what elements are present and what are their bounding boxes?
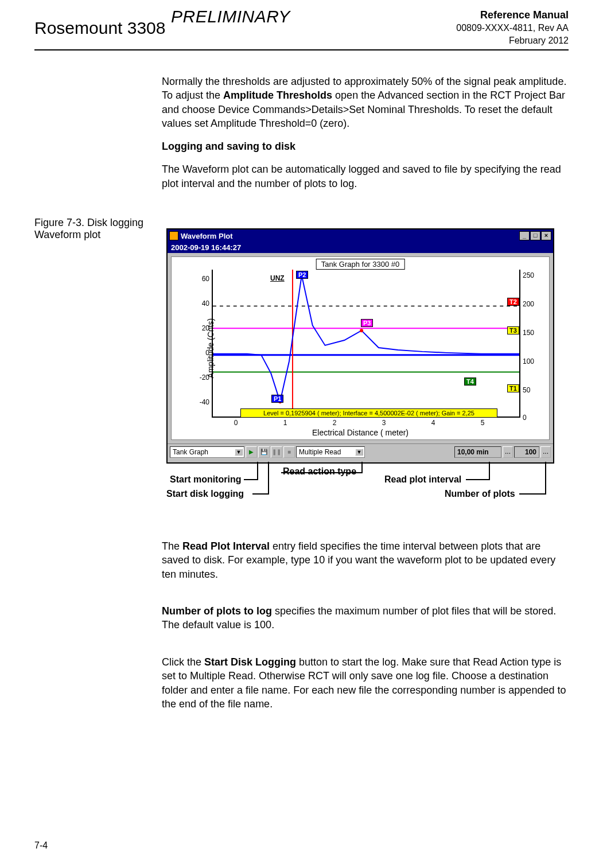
y2-tick: 250 — [523, 271, 538, 279]
callout-line — [268, 462, 269, 493]
marker-t3: T3 — [507, 326, 519, 334]
close-button[interactable]: × — [541, 231, 551, 240]
read-plot-interval-field[interactable]: 10,00 min — [454, 446, 501, 458]
y-tick: 60 — [194, 275, 209, 283]
y-tick: 0 — [194, 349, 209, 357]
para-thresholds: Normally the thresholds are adjusted to … — [162, 75, 569, 130]
callout-read-plot-interval: Read plot interval — [384, 474, 461, 485]
callout-start-disk-logging: Start disk logging — [166, 489, 244, 499]
y2-tick: 0 — [523, 414, 538, 422]
header-rule — [34, 49, 569, 50]
chart-title: Tank Graph for 3300 #0 — [316, 259, 405, 270]
main-column: Normally the thresholds are adjusted to … — [162, 75, 569, 190]
waveform-window: Waveform Plot _ □ × 2002-09-19 16:44:27 … — [166, 228, 554, 464]
titlebar[interactable]: Waveform Plot _ □ × — [168, 229, 553, 242]
x-tick: 1 — [283, 419, 287, 427]
minimize-button[interactable]: _ — [519, 231, 530, 240]
y2-tick: 100 — [523, 357, 538, 365]
y2-tick: 150 — [523, 329, 538, 337]
callout-read-action-type: Read action type — [283, 466, 356, 477]
plots-ellipsis-button[interactable]: ... — [540, 446, 551, 458]
graph-type-dropdown[interactable]: Tank Graph — [170, 446, 244, 458]
marker-t2: T2 — [507, 298, 519, 306]
callout-start-monitoring: Start monitoring — [170, 474, 241, 485]
marker-p1: P1 — [271, 395, 283, 403]
callout-line — [466, 479, 490, 480]
page: PRELIMINARY Rosemount 3308 Reference Man… — [0, 0, 603, 868]
window-title: Waveform Plot — [181, 232, 233, 240]
reference-manual-label: Reference Manual — [456, 8, 569, 22]
callout-line — [545, 462, 546, 493]
x-tick: 4 — [431, 419, 435, 427]
chart-info-bar: Level = 0,1925904 ( meter); Interface = … — [240, 408, 497, 418]
marker-p2: P2 — [296, 271, 308, 279]
chart-area: Tank Graph for 3300 #0 — [171, 256, 550, 440]
y2-tick: 200 — [523, 300, 538, 308]
marker-t1: T1 — [507, 384, 519, 392]
x-axis-label: Electrical Distance ( meter) — [312, 428, 409, 437]
header-meta: Reference Manual 00809-XXXX-4811, Rev AA… — [456, 8, 569, 46]
heading-logging: Logging and saving to disk — [162, 139, 569, 153]
callout-number-of-plots: Number of plots — [445, 489, 515, 499]
unz-label: UNZ — [270, 274, 285, 282]
doc-date: February 2012 — [456, 34, 569, 47]
maximize-button[interactable]: □ — [530, 231, 540, 240]
interval-ellipsis-button[interactable]: ... — [503, 446, 513, 458]
toolbar: Tank Graph ▶ 💾 ❚❚ ■ Multiple Read 10,00 … — [168, 443, 553, 460]
callout-line — [252, 493, 269, 495]
product-name: Rosemount 3308 — [34, 18, 166, 38]
y-tick: 40 — [194, 299, 209, 308]
stop-button[interactable]: ■ — [283, 446, 295, 458]
y-tick: 20 — [194, 324, 209, 332]
app-icon — [169, 231, 178, 240]
plot-frame — [212, 270, 520, 418]
para-logging-intro: The Waveform plot can be automatically l… — [162, 162, 569, 190]
preliminary-watermark: PRELIMINARY — [171, 7, 290, 26]
marker-p3: P3 — [361, 319, 373, 327]
main-column-lower: The Read Plot Interval entry field speci… — [162, 539, 569, 711]
start-monitoring-button[interactable]: ▶ — [246, 446, 257, 458]
marker-t4: T4 — [464, 377, 476, 386]
callout-line — [361, 462, 363, 472]
plot-svg — [213, 270, 520, 417]
y-tick: -40 — [194, 398, 209, 406]
start-disk-logging-button[interactable]: 💾 — [258, 446, 270, 458]
para-number-of-plots: Number of plots to log specifies the max… — [162, 604, 569, 632]
y-tick: -20 — [194, 373, 209, 382]
read-action-type-dropdown[interactable]: Multiple Read — [296, 446, 365, 458]
content-below: The Read Plot Interval entry field speci… — [34, 539, 569, 720]
content: Normally the thresholds are adjusted to … — [34, 75, 569, 200]
para-read-plot-interval: The Read Plot Interval entry field speci… — [162, 539, 569, 581]
x-tick: 2 — [333, 419, 337, 427]
x-tick: 5 — [481, 419, 485, 427]
callout-line — [519, 493, 546, 495]
pause-button[interactable]: ❚❚ — [271, 446, 282, 458]
callout-line — [244, 479, 258, 480]
timestamp-bar: 2002-09-19 16:44:27 — [168, 242, 553, 253]
x-tick: 0 — [234, 419, 238, 427]
callouts: Read action type Start monitoring Start … — [166, 464, 554, 504]
para-start-disk-logging: Click the Start Disk Logging button to s… — [162, 655, 569, 711]
page-number: 7-4 — [34, 840, 48, 851]
doc-number: 00809-XXXX-4811, Rev AA — [456, 22, 569, 34]
y2-tick: 50 — [523, 386, 538, 394]
number-of-plots-field[interactable]: 100 — [514, 446, 539, 458]
x-tick: 3 — [382, 419, 386, 427]
callout-line — [489, 462, 490, 479]
figure-caption: Figure 7-3. Disk logging Waveform plot — [34, 217, 143, 241]
callout-line — [257, 462, 258, 479]
header: PRELIMINARY Rosemount 3308 Reference Man… — [0, 0, 603, 52]
svg-point-7 — [360, 329, 363, 332]
